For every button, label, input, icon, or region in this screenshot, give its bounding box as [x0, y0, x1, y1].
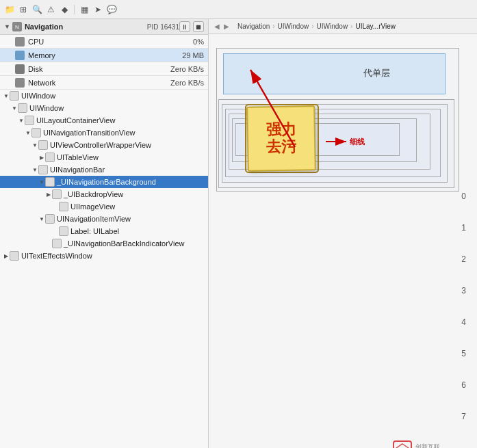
label-uibackdrop: _UIBackdropView — [64, 190, 123, 198]
pause-button[interactable]: ⏸ — [179, 21, 190, 32]
tree-item-uilayout[interactable]: ▼ UILayoutContainerView — [0, 114, 208, 127]
number-1: 1 — [461, 223, 466, 233]
tree-item-uinavbarbg[interactable]: ▼ _UINavigationBarBackground — [0, 176, 208, 188]
tree-item-uiwindow2[interactable]: ▼ UIWindow — [0, 102, 208, 114]
stop-button[interactable]: ⏹ — [193, 21, 204, 32]
label-uitableview: UITableView — [57, 153, 99, 161]
chinese-label: 代单层 — [363, 67, 390, 79]
annotation-label: 细线 — [350, 137, 365, 147]
breadcrumb-forward[interactable]: ▶ — [222, 23, 231, 30]
memory-label: Memory — [28, 51, 182, 60]
metric-network[interactable]: Network Zero KB/s — [0, 76, 208, 90]
breadcrumb-item-nav[interactable]: Navigation — [236, 23, 271, 30]
breadcrumb-item-uiwindow2[interactable]: UIWindow — [315, 23, 350, 30]
toggle-uiviewwrapper[interactable]: ▼ — [31, 142, 38, 148]
watermark-text-block: 创新互联 CHUANG XIN HU LIAN — [415, 443, 466, 448]
watermark-logo: 创 — [393, 440, 412, 448]
label-uilabel: Label: UILabel — [70, 227, 119, 235]
bc-sep-2: › — [311, 23, 313, 30]
toggle-uinavitemview[interactable]: ▼ — [38, 215, 45, 222]
toggle-uinavbar[interactable]: ▼ — [31, 166, 38, 173]
tree-item-uiwindow1[interactable]: ▼ UIWindow — [0, 90, 208, 102]
tree-item-uitableview[interactable]: ▶ UITableView — [0, 151, 208, 163]
process-pid: PID 16431 — [147, 23, 179, 31]
toggle-uiwindow2[interactable]: ▼ — [11, 105, 18, 111]
toggle-uinavtransition[interactable]: ▼ — [25, 129, 31, 136]
metric-cpu[interactable]: CPU 0% — [0, 35, 208, 49]
process-header: ▼ N Navigation PID 16431 ⏸ ⏹ — [0, 19, 208, 35]
tree-item-uilabel[interactable]: ▶ Label: UILabel — [0, 225, 208, 237]
toggle-uilayout[interactable]: ▼ — [18, 117, 25, 124]
metric-disk[interactable]: Disk Zero KB/s — [0, 62, 208, 76]
process-actions: ⏸ ⏹ — [179, 21, 204, 32]
network-icon — [15, 78, 25, 88]
node-icon-uiwindow2 — [18, 103, 27, 113]
number-5: 5 — [461, 349, 466, 358]
tree-item-uibackdrop[interactable]: ▶ _UIBackdropView — [0, 188, 208, 200]
network-value: Zero KB/s — [170, 79, 204, 87]
tree-item-uinavitemview[interactable]: ▼ UINavigationItemView — [0, 213, 208, 225]
arrow-icon[interactable]: ➤ — [92, 4, 103, 15]
disk-value: Zero KB/s — [170, 65, 204, 73]
layer-nav-highlighted — [223, 53, 446, 94]
breadcrumb-back[interactable]: ◀ — [213, 23, 221, 30]
tree-item-uiviewwrapper[interactable]: ▼ UIViewControllerWrapperView — [0, 139, 208, 151]
tree-item-uitexteffects[interactable]: ▶ UITextEffectsWindow — [0, 250, 208, 262]
memory-icon — [15, 51, 25, 60]
process-name: Navigation — [25, 23, 144, 31]
node-icon-uilabel — [59, 226, 68, 236]
network-label: Network — [28, 79, 170, 87]
toggle-uiwindow1[interactable]: ▼ — [3, 92, 10, 99]
node-icon-uiviewwrapper — [38, 140, 48, 150]
label-uinavbarbkindicator: _UINavigationBarBackIndicatorView — [64, 239, 185, 248]
tree-item-uinavtransition[interactable]: ▼ UINavigationTransitionView — [0, 127, 208, 139]
toggle-uibackdrop[interactable]: ▶ — [45, 191, 52, 198]
node-icon-uilayout — [25, 116, 34, 125]
chat-icon[interactable]: 💬 — [106, 4, 117, 15]
memory-value: 29 MB — [182, 51, 204, 60]
search-icon[interactable]: 🔍 — [31, 4, 42, 15]
grid-icon[interactable]: ⊞ — [18, 4, 29, 15]
right-panel: ◀ ▶ Navigation › UIWindow › UIWindow › U… — [209, 19, 477, 448]
process-expand-icon[interactable]: ▼ — [4, 23, 10, 30]
number-3: 3 — [461, 286, 466, 295]
label-uiwindow1: UIWindow — [21, 92, 55, 100]
toolbar-separator — [74, 5, 75, 14]
toggle-uitexteffects[interactable]: ▶ — [3, 252, 10, 259]
tree-item-uinavbar[interactable]: ▼ UINavigationBar — [0, 163, 208, 176]
folder-icon[interactable]: 📁 — [4, 4, 15, 15]
watermark: 创 创新互联 CHUANG XIN HU LIAN — [393, 440, 466, 448]
process-app-icon: N — [12, 22, 22, 31]
number-4: 4 — [461, 317, 466, 327]
metric-memory[interactable]: Memory 29 MB — [0, 49, 208, 62]
number-0: 0 — [461, 192, 466, 201]
node-icon-uinavitemview — [45, 214, 55, 224]
toggle-uinavbarbg[interactable]: ▼ — [38, 179, 45, 185]
node-icon-uitexteffects — [10, 251, 19, 261]
left-panel: ▼ N Navigation PID 16431 ⏸ ⏹ CPU 0% Memo… — [0, 19, 209, 448]
label-uinavtransition: UINavigationTransitionView — [43, 129, 136, 137]
warning-icon[interactable]: ⚠ — [45, 4, 56, 15]
number-2: 2 — [461, 254, 466, 264]
cpu-icon — [15, 37, 25, 47]
bc-sep-3: › — [350, 23, 352, 30]
layers-visualization: 代单层 强力去污 0 1 2 3 4 5 6 7 — [213, 41, 473, 448]
diamond-icon[interactable]: ◆ — [59, 4, 70, 15]
cpu-label: CPU — [28, 38, 193, 46]
view-tree: ▼ UIWindow ▼ UIWindow ▼ UILayoutContaine… — [0, 90, 208, 448]
bc-sep-1: › — [272, 23, 274, 30]
toggle-uitableview[interactable]: ▶ — [38, 154, 45, 161]
disk-label: Disk — [28, 65, 170, 73]
label-uiwindow2: UIWindow — [29, 104, 64, 112]
node-icon-uitableview — [45, 153, 55, 162]
table-icon[interactable]: ▦ — [79, 4, 90, 15]
canvas-area: 代单层 强力去污 0 1 2 3 4 5 6 7 — [209, 34, 477, 448]
label-uinavbarbg: _UINavigationBarBackground — [57, 178, 156, 186]
main-layout: ▼ N Navigation PID 16431 ⏸ ⏹ CPU 0% Memo… — [0, 19, 477, 448]
tree-item-uiimageview[interactable]: ▶ UIImageView — [0, 200, 208, 213]
label-uiviewwrapper: UIViewControllerWrapperView — [50, 141, 151, 149]
tree-item-uinavbarbkindicator[interactable]: ▶ _UINavigationBarBackIndicatorView — [0, 237, 208, 250]
breadcrumb-item-uiwindow1[interactable]: UIWindow — [276, 23, 311, 30]
breadcrumb-item-uilay[interactable]: UILay...rView — [354, 23, 397, 30]
node-icon-uinavbarbkindicator — [52, 239, 62, 248]
